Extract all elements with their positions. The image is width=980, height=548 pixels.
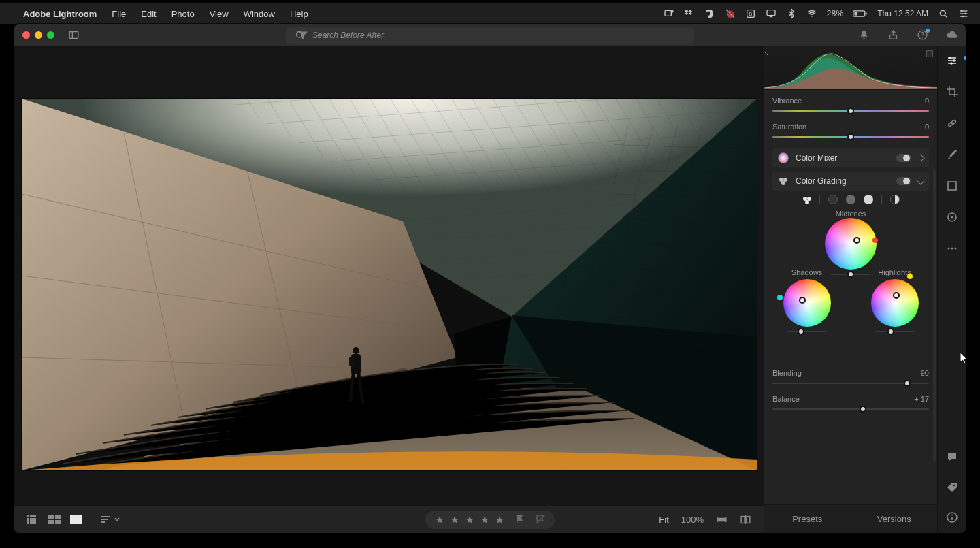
highlights-luminance-slider[interactable] xyxy=(875,331,915,332)
airplay-icon[interactable] xyxy=(766,8,777,19)
sidebar-toggle-icon[interactable] xyxy=(68,29,80,41)
svg-rect-60 xyxy=(33,521,36,524)
presets-tab[interactable]: Presets xyxy=(764,505,851,533)
control-center-icon[interactable] xyxy=(958,8,969,19)
screen-record-icon[interactable] xyxy=(664,8,674,19)
histogram[interactable] xyxy=(764,46,937,90)
color-mixer-label: Color Mixer xyxy=(796,153,837,163)
star-icon[interactable]: ★ xyxy=(480,513,489,526)
svg-point-83 xyxy=(803,197,807,201)
star-icon[interactable]: ★ xyxy=(450,513,459,526)
menu-edit[interactable]: Edit xyxy=(141,9,156,19)
menu-window[interactable]: Window xyxy=(244,9,275,19)
midtones-luminance-slider[interactable] xyxy=(831,274,870,275)
cg-tab-shadows[interactable] xyxy=(828,195,838,204)
grid-large-icon[interactable] xyxy=(48,515,61,524)
search-bar[interactable]: Search Before After xyxy=(286,27,694,44)
saturation-slider[interactable]: Saturation 0 xyxy=(772,123,929,142)
color-mixer-section[interactable]: Color Mixer xyxy=(772,148,929,167)
single-view-icon[interactable] xyxy=(70,515,82,524)
edit-tool-icon[interactable] xyxy=(946,54,958,67)
shadows-wheel[interactable] xyxy=(783,279,831,327)
window-zoom-button[interactable] xyxy=(47,31,54,39)
image-canvas[interactable] xyxy=(14,46,764,506)
midtones-wheel-thumb[interactable] xyxy=(853,237,860,244)
ladybug-icon[interactable] xyxy=(725,8,736,19)
bluetooth-icon[interactable] xyxy=(786,8,797,19)
star-icon[interactable]: ★ xyxy=(435,513,444,526)
rating-stars[interactable]: ★ ★ ★ ★ ★ xyxy=(425,511,555,529)
filmstrip-icon[interactable] xyxy=(716,514,728,526)
cg-tab-three-way[interactable] xyxy=(802,195,811,204)
keywords-icon[interactable] xyxy=(946,481,958,494)
comments-icon[interactable] xyxy=(946,451,958,464)
crop-tool-icon[interactable] xyxy=(946,86,958,98)
zoom-fit-label[interactable]: Fit xyxy=(659,515,668,525)
shadows-luminance-slider[interactable] xyxy=(787,331,827,332)
blending-slider[interactable]: Blending 90 xyxy=(772,369,929,388)
sort-button[interactable] xyxy=(100,515,120,523)
svg-rect-69 xyxy=(517,515,518,523)
balance-slider[interactable]: Balance + 17 xyxy=(772,395,929,414)
spotlight-icon[interactable] xyxy=(938,8,949,19)
cg-tab-highlights[interactable] xyxy=(864,195,873,204)
highlights-wheel-thumb[interactable] xyxy=(893,292,900,299)
flag-pick-icon[interactable] xyxy=(515,515,525,524)
battery-icon[interactable] xyxy=(853,8,868,19)
evernote-icon[interactable] xyxy=(704,8,715,19)
chevron-right-icon[interactable] xyxy=(917,154,924,161)
svg-point-90 xyxy=(953,59,956,62)
cloud-sync-icon[interactable] xyxy=(946,29,958,41)
svg-marker-26 xyxy=(299,32,308,39)
color-grading-toggle[interactable] xyxy=(896,177,911,185)
color-mixer-toggle[interactable] xyxy=(896,154,911,162)
menu-view[interactable]: View xyxy=(210,9,229,19)
svg-point-14 xyxy=(940,10,945,16)
info-icon[interactable] xyxy=(946,511,958,523)
grid-small-icon[interactable] xyxy=(27,515,39,524)
compare-icon[interactable] xyxy=(740,514,751,526)
histogram-clip-icon[interactable] xyxy=(926,50,933,57)
dropbox-icon[interactable] xyxy=(684,8,695,19)
cg-tab-global[interactable] xyxy=(890,195,900,204)
help-icon[interactable] xyxy=(917,29,928,41)
cg-tab-midtones[interactable] xyxy=(846,195,855,204)
filter-icon[interactable] xyxy=(297,29,309,41)
scrollbar[interactable] xyxy=(933,169,936,462)
menu-photo[interactable]: Photo xyxy=(172,9,195,19)
vibrance-slider[interactable]: Vibrance 0 xyxy=(772,97,929,116)
brush-tool-icon[interactable] xyxy=(946,148,958,161)
midtones-wheel[interactable] xyxy=(825,218,877,270)
bell-icon[interactable] xyxy=(858,29,870,41)
menu-help[interactable]: Help xyxy=(290,9,308,19)
color-wheels: Midtones Shadows xyxy=(772,208,929,334)
svg-rect-54 xyxy=(27,518,29,521)
healing-tool-icon[interactable] xyxy=(946,117,958,129)
wifi-icon[interactable] xyxy=(806,8,817,19)
svg-point-19 xyxy=(961,10,963,12)
color-grading-section[interactable]: Color Grading xyxy=(772,172,929,191)
svg-rect-74 xyxy=(725,517,726,521)
chevron-down-icon[interactable] xyxy=(917,177,924,184)
star-icon[interactable]: ★ xyxy=(465,513,474,526)
menubar-clock[interactable]: Thu 12:52 AM xyxy=(877,9,928,18)
highlights-wheel[interactable] xyxy=(871,279,919,327)
window-minimize-button[interactable] xyxy=(35,31,42,39)
svg-rect-73 xyxy=(717,517,717,521)
menubar-app-name[interactable]: Adobe Lightroom xyxy=(23,9,97,19)
star-icon[interactable]: ★ xyxy=(495,513,504,526)
shadows-wheel-thumb[interactable] xyxy=(799,297,806,304)
flag-reject-icon[interactable] xyxy=(536,515,545,524)
text-capture-icon[interactable]: B xyxy=(745,8,756,19)
svg-text:B: B xyxy=(749,12,752,16)
more-icon[interactable] xyxy=(946,242,958,255)
radial-gradient-icon[interactable] xyxy=(946,211,958,223)
search-placeholder: Search Before After xyxy=(312,31,384,40)
svg-rect-95 xyxy=(948,182,956,190)
window-close-button[interactable] xyxy=(22,31,30,39)
share-icon[interactable] xyxy=(887,29,899,41)
menu-file[interactable]: File xyxy=(112,9,126,19)
linear-gradient-icon[interactable] xyxy=(946,180,958,192)
zoom-percent[interactable]: 100% xyxy=(681,515,704,525)
versions-tab[interactable]: Versions xyxy=(851,505,938,533)
